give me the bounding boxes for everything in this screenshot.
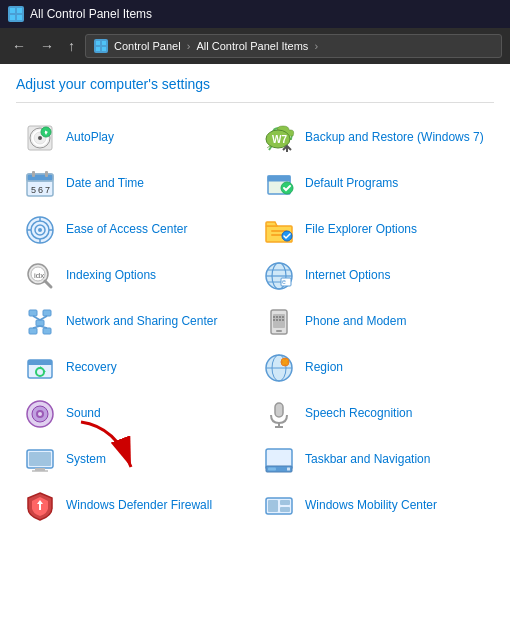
svg-rect-69 [273,319,275,321]
region-label: Region [305,360,343,376]
nav-back-button[interactable]: ← [8,36,30,56]
nav-forward-button[interactable]: → [36,36,58,56]
item-system[interactable]: System [16,437,255,483]
taskbar-navigation-label: Taskbar and Navigation [305,452,430,468]
nav-up-button[interactable]: ↑ [64,36,79,56]
indexing-icon: idx [24,260,56,292]
svg-rect-5 [102,41,106,45]
item-file-explorer[interactable]: File Explorer Options [255,207,494,253]
svg-rect-65 [273,316,275,318]
svg-point-12 [38,136,42,140]
item-autoplay[interactable]: AutoPlay [16,115,255,161]
svg-rect-22 [45,171,48,177]
backup-restore-label: Backup and Restore (Windows 7) [305,130,484,146]
internet-options-label: Internet Options [305,268,390,284]
svg-text:6: 6 [38,185,43,195]
recovery-icon [24,352,56,384]
svg-rect-66 [276,316,278,318]
item-internet-options[interactable]: e Internet Options [255,253,494,299]
ease-of-access-icon [24,214,56,246]
backup-restore-icon: W7 [263,122,295,154]
title-bar-text: All Control Panel Items [30,7,152,21]
windows-defender-icon [24,490,56,522]
svg-rect-72 [282,319,284,321]
svg-text:e: e [282,278,286,285]
svg-rect-92 [29,452,51,466]
item-phone-modem[interactable]: Phone and Modem [255,299,494,345]
svg-point-33 [38,228,42,232]
divider [16,102,494,103]
svg-rect-102 [280,507,290,512]
recovery-label: Recovery [66,360,117,376]
region-icon [263,352,295,384]
svg-text:5: 5 [31,185,36,195]
svg-rect-53 [29,310,37,316]
items-grid: AutoPlay W7 Backup and Restore (Windows … [16,115,494,529]
item-region[interactable]: Region [255,345,494,391]
network-sharing-label: Network and Sharing Center [66,314,217,330]
item-sound[interactable]: Sound [16,391,255,437]
speech-recognition-icon [263,398,295,430]
item-windows-defender[interactable]: Windows Defender Firewall [16,483,255,529]
page-title: Adjust your computer's settings [16,76,494,92]
svg-rect-6 [96,47,100,51]
address-path-bar[interactable]: Control Panel › All Control Panel Items … [85,34,502,58]
sound-icon [24,398,56,430]
default-programs-icon [263,168,295,200]
svg-rect-20 [27,174,53,181]
date-time-label: Date and Time [66,176,144,192]
svg-rect-68 [282,316,284,318]
svg-rect-57 [43,328,51,334]
item-speech-recognition[interactable]: Speech Recognition [255,391,494,437]
svg-line-60 [33,326,40,328]
item-network-sharing[interactable]: Network and Sharing Center [16,299,255,345]
internet-options-icon: e [263,260,295,292]
windows-mobility-label: Windows Mobility Center [305,498,437,514]
date-time-icon: 5 6 7 [24,168,56,200]
item-taskbar-navigation[interactable]: Taskbar and Navigation [255,437,494,483]
svg-text:W7: W7 [272,134,287,145]
svg-rect-28 [268,176,290,181]
phone-modem-icon [263,306,295,338]
svg-line-61 [40,326,47,328]
svg-rect-100 [268,500,278,512]
windows-mobility-icon [263,490,295,522]
svg-rect-56 [29,328,37,334]
svg-rect-40 [271,234,283,236]
svg-point-87 [38,412,42,416]
svg-rect-88 [275,403,283,417]
address-bar: ← → ↑ Control Panel › All Control Panel … [0,28,510,64]
autoplay-label: AutoPlay [66,130,114,146]
item-windows-mobility[interactable]: Windows Mobility Center [255,483,494,529]
item-indexing[interactable]: idx Indexing Options [16,253,255,299]
svg-rect-70 [276,319,278,321]
item-ease-of-access[interactable]: Ease of Access Center [16,207,255,253]
item-backup-restore[interactable]: W7 Backup and Restore (Windows 7) [255,115,494,161]
sound-label: Sound [66,406,101,422]
svg-rect-54 [43,310,51,316]
svg-rect-101 [280,500,290,505]
svg-rect-64 [276,330,282,332]
system-label: System [66,452,106,468]
svg-rect-4 [96,41,100,45]
svg-line-58 [33,316,40,320]
default-programs-label: Default Programs [305,176,398,192]
taskbar-navigation-icon [263,444,295,476]
speech-recognition-label: Speech Recognition [305,406,412,422]
autoplay-icon [24,122,56,154]
svg-rect-98 [287,468,290,471]
title-bar: All Control Panel Items [0,0,510,28]
svg-rect-21 [32,171,35,177]
svg-rect-3 [17,15,22,20]
indexing-label: Indexing Options [66,268,156,284]
svg-rect-97 [268,468,276,471]
svg-rect-71 [279,319,281,321]
network-sharing-icon [24,306,56,338]
svg-rect-1 [17,8,22,13]
item-default-programs[interactable]: Default Programs [255,161,494,207]
item-date-time[interactable]: 5 6 7 Date and Time [16,161,255,207]
address-text: Control Panel › All Control Panel Items … [114,40,321,52]
svg-rect-7 [102,47,106,51]
svg-rect-55 [36,320,44,326]
item-recovery[interactable]: Recovery [16,345,255,391]
